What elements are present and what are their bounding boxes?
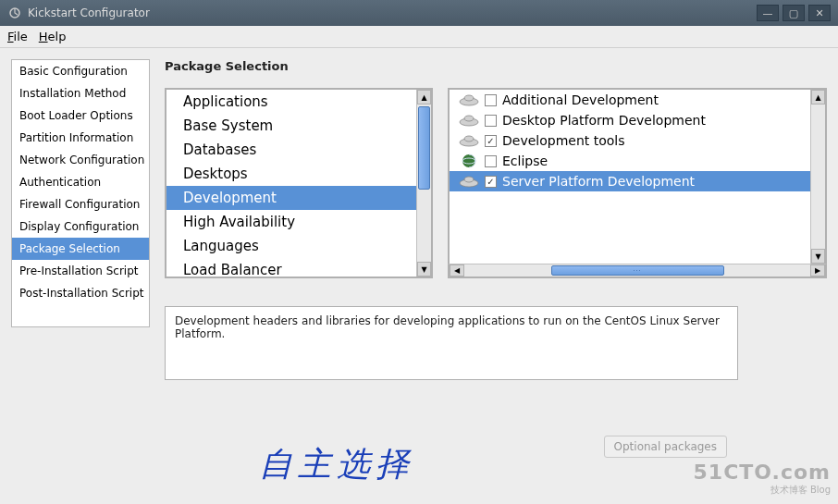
menu-help[interactable]: Help bbox=[39, 30, 67, 43]
sidebar-item[interactable]: Package Selection bbox=[12, 238, 149, 260]
package-listbox: Additional DevelopmentDesktop Platform D… bbox=[448, 88, 827, 265]
package-item[interactable]: Eclipse bbox=[450, 151, 810, 171]
globe-icon bbox=[459, 154, 479, 168]
menubar: File Help bbox=[0, 26, 838, 48]
package-checkbox[interactable] bbox=[485, 155, 497, 167]
scroll-thumb[interactable] bbox=[418, 106, 430, 190]
scroll-down-icon[interactable]: ▼ bbox=[417, 262, 431, 277]
hat-icon bbox=[459, 92, 479, 107]
sidebar-item[interactable]: Partition Information bbox=[12, 127, 149, 149]
category-item[interactable]: Databases bbox=[166, 138, 416, 162]
package-checkbox[interactable]: ✓ bbox=[485, 135, 497, 147]
sidebar-item[interactable]: Authentication bbox=[12, 171, 149, 193]
window-controls: — ▢ ✕ bbox=[757, 5, 831, 21]
watermark: 51CTO.com 技术博客 Blog bbox=[694, 461, 831, 497]
window-body: File Help Basic ConfigurationInstallatio… bbox=[0, 26, 838, 504]
category-scrollbar[interactable]: ▲ ▼ bbox=[416, 90, 431, 277]
hat-icon bbox=[459, 133, 479, 148]
package-wrap: Additional DevelopmentDesktop Platform D… bbox=[448, 88, 827, 278]
sidebar-item[interactable]: Display Configuration bbox=[12, 215, 149, 238]
package-item[interactable]: Additional Development bbox=[450, 90, 810, 110]
scroll-down-icon[interactable]: ▼ bbox=[811, 249, 825, 264]
sidebar-item[interactable]: Boot Loader Options bbox=[12, 104, 149, 127]
handwriting-annotation: 自主选择 bbox=[259, 442, 414, 487]
hat-icon bbox=[459, 113, 479, 128]
package-item[interactable]: Desktop Platform Development bbox=[450, 110, 810, 130]
app-icon bbox=[7, 6, 22, 20]
svg-point-10 bbox=[464, 177, 474, 182]
watermark-tagline: 技术博客 Blog bbox=[694, 484, 831, 497]
watermark-site: 51CTO.com bbox=[694, 461, 831, 484]
sidebar-item[interactable]: Network Configuration bbox=[12, 149, 149, 171]
category-item[interactable]: Base System bbox=[166, 114, 416, 138]
package-label: Desktop Platform Development bbox=[502, 113, 706, 128]
svg-point-2 bbox=[464, 95, 474, 101]
scroll-right-icon[interactable]: ▶ bbox=[810, 264, 825, 277]
package-hscrollbar[interactable]: ◀ ··· ▶ bbox=[448, 264, 827, 278]
package-checkbox[interactable] bbox=[485, 115, 497, 127]
sidebar-item[interactable]: Post-Installation Script bbox=[12, 282, 149, 304]
category-item[interactable]: Development bbox=[166, 186, 416, 210]
package-label: Server Platform Development bbox=[502, 174, 695, 189]
hscroll-track[interactable]: ··· bbox=[464, 264, 810, 277]
package-item[interactable]: ✓Development tools bbox=[450, 130, 810, 151]
scroll-left-icon[interactable]: ◀ bbox=[450, 264, 464, 277]
package-label: Additional Development bbox=[502, 92, 659, 107]
hat-icon bbox=[459, 174, 479, 189]
package-panels: ApplicationsBase SystemDatabasesDesktops… bbox=[165, 88, 827, 278]
package-scrollbar[interactable]: ▲ ▼ bbox=[810, 90, 825, 264]
window-title: Kickstart Configurator bbox=[28, 6, 757, 19]
menu-file[interactable]: File bbox=[7, 30, 28, 43]
scroll-up-icon[interactable]: ▲ bbox=[811, 90, 825, 104]
optional-packages-button[interactable]: Optional packages bbox=[604, 436, 727, 458]
sidebar: Basic ConfigurationInstallation MethodBo… bbox=[11, 59, 150, 327]
page-title: Package Selection bbox=[165, 59, 827, 73]
close-button[interactable]: ✕ bbox=[808, 5, 831, 21]
category-item[interactable]: Desktops bbox=[166, 162, 416, 186]
category-item[interactable]: Languages bbox=[166, 234, 416, 258]
maximize-button[interactable]: ▢ bbox=[783, 5, 805, 21]
sidebar-item[interactable]: Firewall Configuration bbox=[12, 193, 149, 215]
package-checkbox[interactable]: ✓ bbox=[485, 176, 497, 188]
sidebar-item[interactable]: Installation Method bbox=[12, 82, 149, 104]
package-item[interactable]: ✓Server Platform Development bbox=[450, 171, 810, 191]
category-item[interactable]: High Availability bbox=[166, 210, 416, 234]
package-label: Eclipse bbox=[502, 154, 548, 168]
scroll-up-icon[interactable]: ▲ bbox=[417, 90, 431, 104]
hscroll-thumb[interactable]: ··· bbox=[551, 265, 724, 276]
svg-point-6 bbox=[464, 136, 474, 141]
titlebar: Kickstart Configurator — ▢ ✕ bbox=[0, 0, 838, 26]
svg-point-4 bbox=[464, 116, 474, 121]
category-item[interactable]: Load Balancer bbox=[166, 258, 416, 277]
category-listbox: ApplicationsBase SystemDatabasesDesktops… bbox=[165, 88, 433, 278]
package-description: Development headers and libraries for de… bbox=[165, 306, 738, 380]
sidebar-item[interactable]: Pre-Installation Script bbox=[12, 260, 149, 282]
category-item[interactable]: Applications bbox=[166, 90, 416, 114]
package-label: Development tools bbox=[502, 133, 625, 148]
content: Package Selection ApplicationsBase Syste… bbox=[165, 59, 827, 493]
sidebar-item[interactable]: Basic Configuration bbox=[12, 60, 149, 82]
package-checkbox[interactable] bbox=[485, 94, 497, 106]
package-list[interactable]: Additional DevelopmentDesktop Platform D… bbox=[450, 90, 810, 264]
category-list[interactable]: ApplicationsBase SystemDatabasesDesktops… bbox=[166, 90, 416, 277]
minimize-button[interactable]: — bbox=[757, 5, 779, 21]
